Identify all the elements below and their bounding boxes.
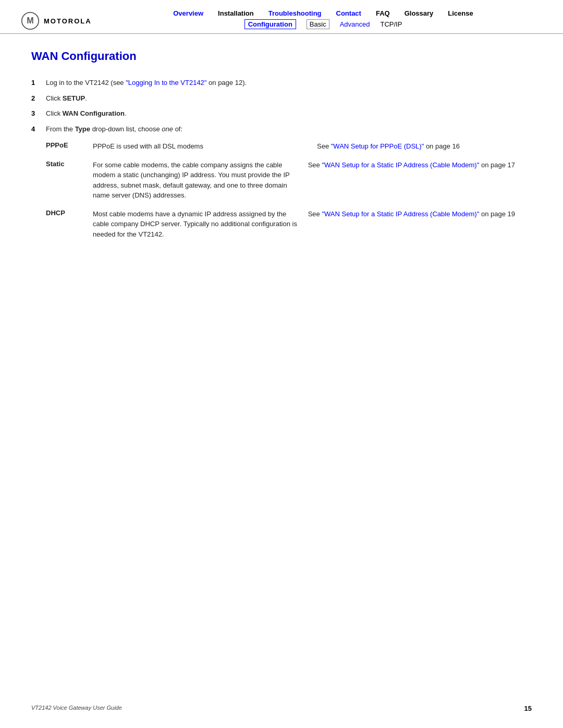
nav-tcpip[interactable]: TCP/IP — [380, 20, 402, 28]
step-2-number: 2 — [31, 93, 46, 104]
option-static-link: See "WAN Setup for a Static IP Address (… — [303, 160, 515, 170]
motorola-logo-icon: M — [21, 11, 40, 30]
step-1-content: Log in to the VT2142 (see "Logging In to… — [46, 78, 532, 88]
nav-advanced[interactable]: Advanced — [340, 20, 370, 28]
step-4-content: From the Type drop-down list, choose one… — [46, 124, 532, 134]
logo-text: MOTOROLA — [44, 17, 92, 25]
options-table: PPPoE PPPoE is used with all DSL modems … — [46, 141, 515, 239]
nav-contact[interactable]: Contact — [336, 9, 361, 17]
nav-faq[interactable]: FAQ — [376, 9, 390, 17]
nav-bottom-row: Configuration Basic Advanced TCP/IP — [104, 19, 542, 29]
step-4: 4 From the Type drop-down list, choose o… — [31, 124, 532, 134]
option-pppoe-term: PPPoE — [46, 141, 93, 149]
step-1-number: 1 — [31, 78, 46, 88]
dhcp-link[interactable]: "WAN Setup for a Static IP Address (Cabl… — [322, 210, 479, 218]
step-2-content: Click SETUP. — [46, 93, 532, 104]
option-pppoe-link: See "WAN Setup for PPPoE (DSL)" on page … — [312, 141, 460, 152]
option-pppoe: PPPoE PPPoE is used with all DSL modems … — [46, 141, 515, 152]
logo-area: M MOTOROLA — [21, 11, 104, 30]
footer-document-title: VT2142 Voice Gateway User Guide — [31, 705, 122, 712]
option-static: Static For some cable modems, the cable … — [46, 160, 515, 201]
nav-top-row: Overview Installation Troubleshooting Co… — [104, 9, 542, 17]
page-footer: VT2142 Voice Gateway User Guide 15 — [0, 705, 563, 712]
footer-page-number: 15 — [524, 705, 532, 712]
nav-installation[interactable]: Installation — [218, 9, 254, 17]
option-dhcp-link: See "WAN Setup for a Static IP Address (… — [303, 209, 515, 219]
step-2-bold: SETUP — [63, 94, 85, 102]
step-4-italic: one — [162, 125, 173, 133]
nav-glossary[interactable]: Glossary — [405, 9, 434, 17]
option-static-term: Static — [46, 160, 93, 168]
page-title: WAN Configuration — [31, 50, 532, 63]
step-3: 3 Click WAN Configuration. — [31, 108, 532, 119]
nav-troubleshooting[interactable]: Troubleshooting — [268, 9, 322, 17]
nav-overview[interactable]: Overview — [173, 9, 203, 17]
nav-basic[interactable]: Basic — [307, 19, 329, 29]
navigation: Overview Installation Troubleshooting Co… — [104, 9, 542, 29]
step-4-bold: Type — [75, 125, 90, 133]
step-1: 1 Log in to the VT2142 (see "Logging In … — [31, 78, 532, 88]
step-3-content: Click WAN Configuration. — [46, 108, 532, 119]
step-3-number: 3 — [31, 108, 46, 119]
option-static-desc: For some cable modems, the cable company… — [93, 160, 303, 201]
step-4-number: 4 — [31, 124, 46, 134]
option-dhcp-term: DHCP — [46, 209, 93, 217]
option-dhcp-desc: Most cable modems have a dynamic IP addr… — [93, 209, 303, 240]
nav-configuration[interactable]: Configuration — [244, 19, 296, 29]
option-dhcp: DHCP Most cable modems have a dynamic IP… — [46, 209, 515, 240]
step-2: 2 Click SETUP. — [31, 93, 532, 104]
pppoe-link[interactable]: "WAN Setup for PPPoE (DSL)" — [331, 142, 424, 150]
step-3-bold: WAN Configuration — [63, 109, 125, 117]
static-link[interactable]: "WAN Setup for a Static IP Address (Cabl… — [322, 161, 479, 169]
option-pppoe-desc: PPPoE is used with all DSL modems — [93, 141, 312, 152]
main-content: WAN Configuration 1 Log in to the VT2142… — [0, 34, 563, 268]
logging-in-link[interactable]: "Logging In to the VT2142" — [126, 79, 206, 87]
svg-text:M: M — [27, 16, 33, 25]
nav-license[interactable]: License — [448, 9, 473, 17]
page-header: M MOTOROLA Overview Installation Trouble… — [0, 0, 563, 34]
